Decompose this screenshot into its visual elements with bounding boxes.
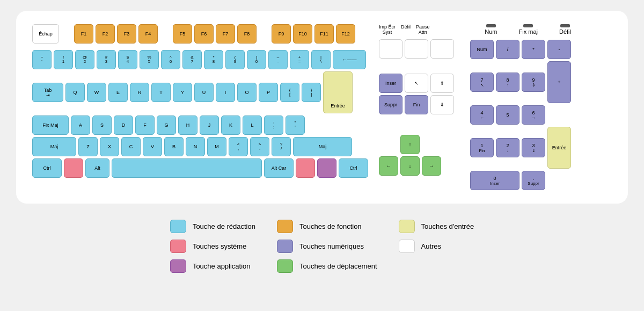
key-num1[interactable]: 1Fin [470,138,494,157]
key-up[interactable]: ↑ [400,135,420,154]
key-f6[interactable]: F6 [194,24,214,44]
key-f3[interactable]: F3 [117,24,136,44]
key-y[interactable]: Y [173,83,192,102]
key-num-sub[interactable]: - [547,40,571,59]
key-i[interactable]: I [216,83,235,102]
key-num-add[interactable]: + [547,61,571,103]
key-app[interactable] [317,158,336,178]
key-h[interactable]: H [178,115,197,135]
key-minus[interactable]: – - [268,50,288,69]
key-2[interactable]: @ 2 [75,50,94,69]
key-num-enter[interactable]: Entrée [547,127,571,169]
key-num5[interactable]: 5 [496,105,519,125]
key-pgup[interactable]: ⇕ [430,74,454,93]
key-right[interactable]: → [422,156,441,176]
key-num0[interactable]: 0Inser [470,171,519,190]
key-a[interactable]: A [71,115,90,135]
key-f11[interactable]: F11 [314,24,334,44]
key-enter[interactable]: Entrée [323,71,353,113]
key-num7[interactable]: 7↖ [470,73,494,92]
key-num-period[interactable]: .Suppr [522,171,545,190]
key-backspace[interactable]: ←—— [333,50,366,69]
key-f5[interactable]: F5 [173,24,192,44]
key-4[interactable]: $ 4 [118,50,137,69]
key-win-left[interactable] [64,158,83,178]
key-5[interactable]: % 5 [140,50,159,69]
key-f10[interactable]: F10 [293,24,312,44]
key-z[interactable]: Z [78,137,98,156]
key-u[interactable]: U [194,83,214,102]
key-t[interactable]: T [151,83,171,102]
key-altcar[interactable]: Alt Car [264,158,294,178]
key-shift-right[interactable]: Maj [293,137,352,156]
key-f12[interactable]: F12 [336,24,355,44]
key-plus[interactable]: + = [290,50,309,69]
key-ctrl-right[interactable]: Ctrl [339,158,368,178]
key-suppr[interactable]: Suppr [379,95,402,114]
key-q[interactable]: Q [65,83,85,102]
key-fin[interactable]: Fin [405,95,428,114]
key-f8[interactable]: F8 [237,24,257,44]
key-o[interactable]: O [237,83,257,102]
key-g[interactable]: G [157,115,176,135]
key-defil[interactable] [405,39,428,59]
key-num4[interactable]: 4← [470,105,494,125]
key-backslash[interactable]: | \ [311,50,331,69]
key-lbracket[interactable]: { [ [280,83,299,102]
key-r[interactable]: R [130,83,149,102]
key-quote[interactable]: " ' [286,115,305,135]
key-semicolon[interactable]: : ; [264,115,283,135]
key-s[interactable]: S [92,115,112,135]
key-tilde[interactable]: ~ ` [32,50,52,69]
key-x[interactable]: X [100,137,119,156]
key-d[interactable]: D [114,115,133,135]
key-7[interactable]: & 7 [182,50,202,69]
key-num9[interactable]: 9⇕ [522,73,545,92]
key-escape[interactable]: Échap [32,24,59,44]
key-caps[interactable]: Fix Maj [32,115,69,135]
key-p[interactable]: P [259,83,278,102]
key-3[interactable]: # 3 [97,50,116,69]
key-f2[interactable]: F2 [96,24,115,44]
key-v[interactable]: V [143,137,162,156]
key-impr[interactable] [379,39,402,59]
key-n[interactable]: N [186,137,205,156]
key-pgdn[interactable]: ⇓ [430,95,454,114]
key-num[interactable]: Num [470,40,494,59]
key-8[interactable]: * 8 [204,50,223,69]
key-b[interactable]: B [164,137,184,156]
key-space[interactable] [112,158,262,178]
key-win-right[interactable] [296,158,315,178]
key-shift-left[interactable]: Maj [32,137,76,156]
key-num3[interactable]: 3⇓ [522,138,545,157]
key-num-div[interactable]: / [496,40,519,59]
key-l[interactable]: L [243,115,262,135]
key-home[interactable]: ↖ [405,74,428,93]
key-left[interactable]: ← [379,156,398,176]
key-rbracket[interactable]: } ] [302,83,321,102]
key-k[interactable]: K [221,115,240,135]
key-w[interactable]: W [87,83,106,102]
key-period[interactable]: > . [250,137,269,156]
key-e[interactable]: E [108,83,128,102]
key-pause[interactable] [430,39,454,59]
key-num-mul[interactable]: * [522,40,545,59]
key-f9[interactable]: F9 [272,24,291,44]
key-6[interactable]: ^ 6 [161,50,180,69]
key-c[interactable]: C [121,137,141,156]
key-ctrl-left[interactable]: Ctrl [32,158,62,178]
key-f[interactable]: F [135,115,155,135]
key-0[interactable]: ) 0 [247,50,266,69]
key-f7[interactable]: F7 [216,24,235,44]
key-alt-left[interactable]: Alt [85,158,109,178]
key-m[interactable]: M [207,137,226,156]
key-9[interactable]: ( 9 [225,50,245,69]
key-num8[interactable]: 8↑ [496,73,519,92]
key-f4[interactable]: F4 [138,24,158,44]
key-1[interactable]: ! 1 [54,50,73,69]
key-num2[interactable]: 2↓ [496,138,519,157]
key-slash[interactable]: ? / [272,137,291,156]
key-inser[interactable]: Inser [379,74,402,93]
key-down[interactable]: ↓ [400,156,420,176]
key-num6[interactable]: 6→ [522,105,545,125]
